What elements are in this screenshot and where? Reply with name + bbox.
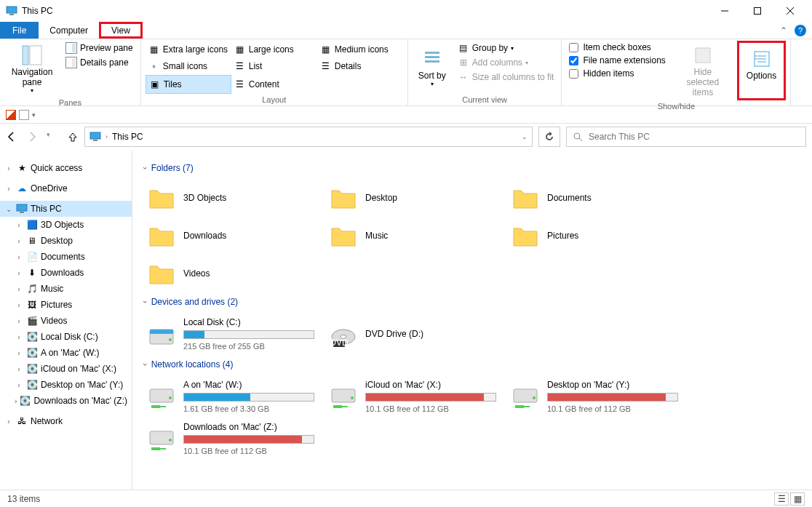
tab-computer[interactable]: Computer (39, 22, 99, 39)
folder-item[interactable]: 3D Objects (144, 180, 326, 215)
hidden-items-checkbox[interactable]: Hidden items (566, 67, 668, 80)
content-area[interactable]: ›Folders (7) 3D ObjectsDesktopDocumentsD… (132, 150, 812, 490)
address-dropdown-icon[interactable]: ⌄ (522, 133, 528, 140)
ribbon-tabs: File Computer View ⌃ ? (0, 22, 812, 39)
breadcrumb-separator-icon[interactable]: › (106, 133, 108, 140)
help-icon[interactable]: ? (795, 25, 806, 36)
layout-medium-icons[interactable]: ▦Medium icons (317, 41, 403, 58)
layout-large-icons[interactable]: ▦Large icons (231, 41, 317, 58)
back-button[interactable] (6, 131, 17, 143)
group-by-button[interactable]: ▤Group by▾ (455, 41, 557, 55)
recent-locations-button[interactable]: ▾ (47, 131, 58, 143)
address-bar[interactable]: › This PC ⌄ (84, 127, 533, 147)
add-columns-button[interactable]: ⊞Add columns▾ (455, 55, 557, 70)
navigation-bar: ▾ › This PC ⌄ (0, 124, 812, 150)
item-count: 13 items (7, 494, 40, 504)
size-columns-button[interactable]: ↔Size all columns to fit (455, 70, 557, 84)
tree-item[interactable]: ›⬇Downloads (0, 265, 132, 281)
tree-item[interactable]: ›💽Local Disk (C:) (0, 329, 132, 345)
tree-item[interactable]: ›💽A on 'Mac' (W:) (0, 345, 132, 361)
tree-quick-access[interactable]: ›★Quick access (0, 160, 132, 176)
tree-item[interactable]: ›🎬Videos (0, 313, 132, 329)
forward-button[interactable] (26, 131, 38, 143)
layout-extra-large-icons[interactable]: ▦Extra large icons (146, 41, 231, 58)
search-icon (573, 132, 583, 142)
drive-item[interactable]: Local Disk (C:)215 GB free of 255 GB (144, 314, 326, 354)
checkbox-input[interactable] (569, 56, 578, 65)
navigation-pane-button[interactable]: Navigation pane ▾ (4, 41, 60, 97)
layout-content[interactable]: ☰Content (231, 75, 317, 94)
tree-network[interactable]: ›🖧Network (0, 413, 132, 429)
tree-item[interactable]: ›💽Downloads on 'Mac' (Z:) (0, 393, 132, 409)
item-check-boxes-checkbox[interactable]: Item check boxes (566, 41, 668, 54)
hide-selected-items-button[interactable]: Hide selected items (672, 41, 734, 100)
folder-item[interactable]: Videos (144, 256, 326, 291)
ribbon-group-show-hide: Item check boxes File name extensions Hi… (562, 39, 791, 105)
folder-icon: 🎵 (26, 283, 38, 295)
tree-item[interactable]: ›🟦3D Objects (0, 217, 132, 233)
network-drive-item[interactable]: iCloud on 'Mac' (X:)10.1 GB free of 112 … (326, 377, 508, 416)
tree-item[interactable]: ›💽Desktop on 'Mac' (Y:) (0, 377, 132, 393)
breadcrumb-this-pc[interactable]: This PC (112, 132, 143, 142)
section-network-header[interactable]: ›Network locations (4) (144, 359, 800, 370)
ribbon-group-layout: ▦Extra large icons ▦Large icons ▦Medium … (141, 39, 408, 105)
tab-file[interactable]: File (0, 22, 39, 39)
folder-item[interactable]: Downloads (144, 218, 326, 253)
network-drive-item[interactable]: Downloads on 'Mac' (Z:)10.1 GB free of 1… (144, 419, 326, 458)
chevron-down-icon: › (141, 167, 150, 169)
ribbon-collapse-icon[interactable]: ⌃ (780, 25, 787, 36)
folder-item[interactable]: Desktop (326, 180, 508, 215)
minimize-button[interactable] (708, 0, 741, 22)
preview-pane-button[interactable]: Preview pane (63, 41, 136, 55)
svg-line-25 (579, 138, 582, 141)
section-folders-header[interactable]: ›Folders (7) (144, 163, 800, 173)
options-button[interactable]: Options (741, 44, 782, 84)
file-name-extensions-checkbox[interactable]: File name extensions (566, 54, 668, 67)
navigation-tree[interactable]: ›★Quick access ›☁OneDrive ⌄This PC ›🟦3D … (0, 150, 132, 490)
svg-point-42 (533, 396, 536, 399)
svg-rect-14 (425, 60, 439, 63)
view-large-icons-button[interactable]: ▦ (790, 492, 805, 506)
tree-item[interactable]: ›🎵Music (0, 281, 132, 297)
maximize-button[interactable] (741, 0, 773, 22)
network-drive-item[interactable]: A on 'Mac' (W:)1.61 GB free of 3.30 GB (144, 377, 326, 416)
details-pane-button[interactable]: Details pane (63, 55, 136, 70)
layout-small-icons[interactable]: ▫Small icons (146, 58, 231, 76)
up-button[interactable] (67, 131, 79, 143)
qat-item[interactable] (6, 110, 16, 120)
checkbox-input[interactable] (569, 43, 578, 52)
tree-item[interactable]: ›💽iCloud on 'Mac' (X:) (0, 361, 132, 377)
refresh-button[interactable] (538, 127, 560, 147)
tree-onedrive[interactable]: ›☁OneDrive (0, 180, 132, 196)
tree-item[interactable]: ›📄Documents (0, 249, 132, 265)
search-box[interactable] (566, 127, 806, 147)
folder-icon: 💽 (26, 331, 38, 343)
folder-icon: 💽 (26, 363, 38, 375)
tree-item[interactable]: ›🖼Pictures (0, 297, 132, 313)
drive-icon (147, 319, 176, 348)
qat-dropdown-icon[interactable]: ▾ (32, 111, 36, 119)
close-button[interactable] (773, 0, 806, 22)
titlebar: This PC (0, 0, 812, 22)
folder-item[interactable]: Music (326, 218, 508, 253)
tree-this-pc[interactable]: ⌄This PC (0, 201, 132, 217)
qat-item[interactable] (19, 110, 29, 120)
checkbox-input[interactable] (569, 69, 578, 79)
tree-item[interactable]: ›🖥Desktop (0, 233, 132, 249)
svg-rect-13 (425, 56, 439, 58)
tab-view[interactable]: View (99, 22, 143, 39)
search-input[interactable] (589, 132, 800, 142)
svg-point-36 (169, 396, 172, 399)
folder-icon (147, 221, 176, 250)
layout-list[interactable]: ☰List (231, 58, 317, 76)
sort-by-button[interactable]: Sort by ▾ (413, 41, 452, 94)
layout-tiles[interactable]: ▣Tiles (146, 75, 231, 94)
folder-item[interactable]: Documents (508, 180, 690, 215)
section-drives-header[interactable]: ›Devices and drives (2) (144, 297, 800, 307)
hide-selected-icon (691, 44, 715, 67)
view-details-button[interactable]: ☰ (774, 492, 789, 506)
folder-item[interactable]: Pictures (508, 218, 690, 253)
layout-details[interactable]: ☰Details (317, 58, 403, 76)
network-drive-item[interactable]: Desktop on 'Mac' (Y:)10.1 GB free of 112… (508, 377, 690, 416)
drive-item[interactable]: DVDDVD Drive (D:) (326, 314, 508, 354)
